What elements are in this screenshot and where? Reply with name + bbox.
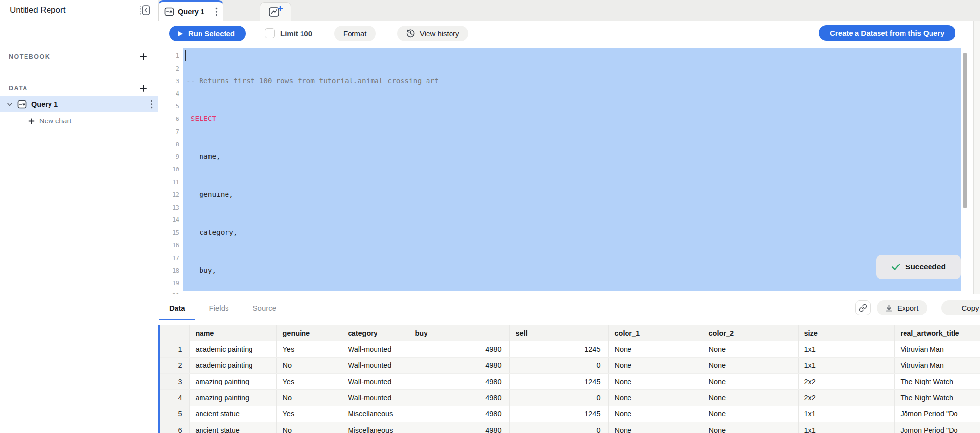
line-number: 11 (158, 176, 179, 189)
results-actions: Export Copy (158, 300, 980, 315)
line-number: 19 (158, 277, 179, 289)
row-number: 2 (158, 358, 189, 374)
cell-name: ancient statue (189, 422, 276, 433)
cell-name: amazing painting (189, 374, 276, 390)
cell-color-1: None (608, 358, 703, 374)
query-cell-icon (17, 99, 27, 109)
data-section-header: DATA (9, 82, 148, 94)
line-number: 14 (158, 214, 179, 226)
run-selected-button[interactable]: Run Selected (169, 26, 246, 41)
row-number-header (158, 325, 189, 341)
collapse-sidebar-button[interactable] (137, 3, 152, 17)
view-history-button[interactable]: View history (397, 26, 468, 41)
column-header: color_1 (608, 325, 703, 341)
sidebar-divider (9, 71, 147, 71)
table-row: 2 academic painting No Wall-mounted 4980… (158, 358, 980, 374)
cell-color-2: None (703, 390, 798, 406)
table-row: 4 amazing painting No Wall-mounted 4980 … (158, 390, 980, 406)
table-header-row: name genuine category buy sell color_1 c… (158, 325, 980, 341)
indent-guide (192, 75, 192, 290)
table-row: 1 academic painting Yes Wall-mounted 498… (158, 341, 980, 358)
query-kebab-menu-button[interactable] (150, 99, 154, 110)
cell-color-2: None (703, 374, 798, 390)
cell-buy: 4980 (409, 374, 509, 390)
format-label: Format (343, 29, 367, 38)
create-dataset-label: Create a Dataset from this Query (830, 29, 944, 37)
sidebar-item-new-chart[interactable]: New chart (28, 114, 71, 128)
kebab-menu-icon (151, 100, 153, 109)
sidebar: Untitled Report NOTEBOOK DATA (0, 0, 158, 433)
editor-scrollbar[interactable] (963, 53, 967, 208)
format-button[interactable]: Format (334, 26, 376, 41)
view-history-label: View history (420, 29, 459, 38)
run-selected-label: Run Selected (188, 29, 235, 38)
share-link-button[interactable] (855, 300, 871, 315)
chevron-down-icon[interactable] (7, 101, 13, 107)
cell-category: Wall-mounted (342, 390, 409, 406)
line-number: 2 (158, 62, 179, 75)
sidebar-item-query-1[interactable]: Query 1 (0, 96, 158, 112)
line-number: 10 (158, 163, 179, 176)
cell-real-artwork-title: Vitruvian Man (894, 358, 980, 374)
code-line: genuine, (186, 189, 439, 201)
cell-sell: 1245 (509, 406, 608, 422)
table-row: 6 ancient statue No Miscellaneous 4980 0… (158, 422, 980, 433)
plus-icon (139, 53, 147, 61)
plus-icon (139, 84, 147, 92)
sql-code: -- Returns first 100 rows from tutorial.… (183, 49, 439, 294)
column-header: buy (409, 325, 509, 341)
status-badge: Succeeded (876, 255, 961, 279)
new-chart-tab[interactable] (260, 2, 291, 21)
cell-buy: 4980 (409, 341, 509, 358)
row-number: 5 (158, 406, 189, 422)
cell-color-1: None (608, 390, 703, 406)
line-number: 6 (158, 113, 179, 125)
copy-button[interactable]: Copy (941, 300, 980, 315)
export-button[interactable]: Export (877, 300, 927, 315)
cell-category: Wall-mounted (342, 341, 409, 358)
line-number: 3 (158, 75, 179, 88)
add-data-source-button[interactable] (138, 83, 148, 93)
cell-size: 1x1 (798, 422, 894, 433)
cell-size: 2x2 (798, 390, 894, 406)
line-number: 16 (158, 239, 179, 252)
status-badge-label: Succeeded (905, 263, 946, 271)
tab-kebab-menu-button[interactable] (214, 6, 219, 17)
cell-category: Wall-mounted (342, 374, 409, 390)
cell-color-2: None (703, 341, 798, 358)
sidebar-query-label: Query 1 (31, 100, 145, 108)
cell-genuine: Yes (276, 374, 342, 390)
cell-sell: 1245 (509, 341, 608, 358)
code-line: buy, (186, 265, 439, 277)
selected-result-accent-bar (158, 325, 160, 433)
cell-color-2: None (703, 358, 798, 374)
line-number: 13 (158, 201, 179, 214)
row-number: 3 (158, 374, 189, 390)
table-row: 5 ancient statue Yes Miscellaneous 4980 … (158, 406, 980, 422)
toolbar-divider (328, 25, 328, 42)
tab-query-1[interactable]: Query 1 (158, 0, 223, 21)
cell-color-2: None (703, 422, 798, 433)
cell-genuine: Yes (276, 341, 342, 358)
export-label: Export (897, 304, 918, 312)
copy-label: Copy (961, 304, 979, 312)
sql-editor[interactable]: 1 2 3 4 5 6 7 8 9 10 11 12 13 14 15 16 1… (158, 47, 973, 294)
line-number: 1 (158, 49, 179, 62)
sidebar-divider (10, 39, 147, 39)
report-title-row: Untitled Report (10, 3, 152, 18)
code-line: SELECT (186, 113, 439, 125)
query-cell-icon (164, 7, 174, 17)
notebook-section-header: NOTEBOOK (9, 51, 148, 63)
cell-buy: 4980 (409, 390, 509, 406)
cell-sell: 0 (509, 390, 608, 406)
row-number: 6 (158, 422, 189, 433)
cell-name: academic painting (189, 358, 276, 374)
create-dataset-button[interactable]: Create a Dataset from this Query (819, 25, 955, 41)
row-number: 4 (158, 390, 189, 406)
add-notebook-cell-button[interactable] (138, 52, 148, 62)
cell-color-1: None (608, 374, 703, 390)
cell-buy: 4980 (409, 422, 509, 433)
limit-100-checkbox[interactable] (265, 28, 275, 38)
tab-query-1-label: Query 1 (178, 8, 210, 16)
line-number: 9 (158, 150, 179, 163)
